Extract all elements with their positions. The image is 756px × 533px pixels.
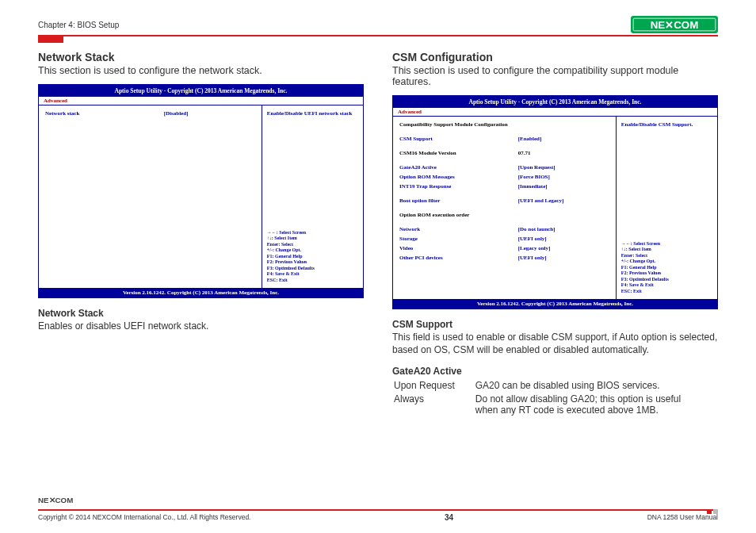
header-rule [38,35,718,36]
bios-setting-row[interactable]: Other PCI devices[UEFI only] [399,255,609,261]
svg-text:NE✕COM: NE✕COM [651,19,699,31]
bios-key-help: →←: Select Screen↑↓: Select ItemEnter: S… [267,226,358,284]
bios-setting-row[interactable]: Network stack[Disabled] [45,110,255,117]
bios-help-line: F2: Previous Values [621,270,712,277]
bios-panel-right: Aptio Setup Utility - Copyright (C) 2013… [392,95,718,309]
right-desc1-body: This field is used to enable or disable … [392,331,718,356]
bios-help-line: F4: Save & Exit [267,271,358,278]
bios-help-line: ↑↓: Select Item [621,247,712,253]
bios-setting-row[interactable]: CSM16 Module Version07.71 [399,150,609,156]
bios-setting-row[interactable]: GateA20 Active[Upon Request] [399,164,609,171]
right-section-subtitle: This section is used to configure the co… [392,65,718,87]
bios-tab-advanced[interactable]: Advanced [398,109,422,115]
bios-help-line: F2: Previous Values [267,259,358,266]
footer-logo: NE✕COM [38,494,97,508]
brand-logo: NE✕COM [631,16,718,33]
bios-help-line: F4: Save & Exit [621,282,712,289]
bios-header: Aptio Setup Utility - Copyright (C) 2013… [39,85,363,97]
left-section-title: Network Stack [38,51,364,63]
bios-setting-row[interactable]: Storage[UEFI only] [399,236,609,242]
bios-footer: Version 2.16.1242. Copyright (C) 2013 Am… [393,299,717,309]
bios-help-line: ESC: Exit [621,289,712,295]
bios-setting-row[interactable]: Option ROM Messages[Force BIOS] [399,174,609,180]
bios-setting-row[interactable]: INT19 Trap Response[Immediate] [399,183,609,190]
footer-copyright: Copyright © 2014 NEXCOM International Co… [38,513,250,522]
bios-help-line: +/-: Change Opt. [267,247,358,254]
footer-doc-title: DNA 1258 User Manual [647,513,718,522]
bios-setting-row[interactable]: Boot option filter[UEFI and Legacy] [399,197,609,204]
left-desc-body: Enables or disables UEFI network stack. [38,320,364,332]
table-row: Upon RequestGA20 can be disabled using B… [394,380,716,392]
bios-footer: Version 2.16.1242. Copyright (C) 2013 Am… [39,288,363,297]
bios-panel-left: Aptio Setup Utility - Copyright (C) 2013… [38,84,364,298]
gatea20-table: Upon RequestGA20 can be disabled using B… [392,378,718,418]
table-row: AlwaysDo not allow disabling GA20; this … [394,393,716,416]
svg-text:NE✕COM: NE✕COM [38,496,73,504]
bios-header: Aptio Setup Utility - Copyright (C) 2013… [393,96,717,108]
bios-settings-list: Network stack[Disabled] [39,105,262,288]
chapter-title: Chapter 4: BIOS Setup [38,21,119,29]
bios-setting-row[interactable]: Network[Do not launch] [399,226,609,232]
bios-help-line: Enter: Select [267,242,358,248]
bios-setting-row[interactable]: Option ROM execution order [399,212,609,218]
bios-tab-advanced[interactable]: Advanced [44,98,67,104]
bios-help-line: →←: Select Screen [621,241,712,247]
footer-rule [38,509,718,511]
bios-settings-list: Compatibility Support Module Configurati… [393,117,617,299]
bios-help-line: →←: Select Screen [267,230,358,236]
bios-setting-row[interactable]: Video[Legacy only] [399,245,609,251]
right-desc1-title: CSM Support [392,319,718,330]
bios-help-line: Enter: Select [621,253,712,259]
left-desc-title: Network Stack [38,308,364,319]
bios-help-line: ESC: Exit [267,278,358,284]
bios-help-line: F1: General Help [267,254,358,260]
left-section-subtitle: This section is used to configure the ne… [38,65,364,76]
right-desc2-title: GateA20 Active [392,366,718,377]
footer-page-number: 34 [445,513,453,522]
bios-help-line: +/-: Change Opt. [621,259,712,265]
bios-help-text: Enable/Disable UEFI network stack [267,110,358,117]
right-section-title: CSM Configuration [392,51,718,63]
bios-key-help: →←: Select Screen↑↓: Select ItemEnter: S… [621,237,712,295]
bios-help-line: ↑↓: Select Item [267,236,358,242]
bios-setting-row[interactable]: CSM Support[Enabled] [399,136,609,142]
bios-help-line: F3: Optimized Defaults [267,266,358,272]
bios-help-line: F1: General Help [621,265,712,271]
bios-tabs: Advanced [393,108,717,117]
bios-help-line: F3: Optimized Defaults [621,277,712,283]
bios-setting-row[interactable]: Compatibility Support Module Configurati… [399,121,609,128]
bios-tabs: Advanced [39,97,363,105]
bios-help-text: Enable/Disable CSM Support. [621,121,712,128]
